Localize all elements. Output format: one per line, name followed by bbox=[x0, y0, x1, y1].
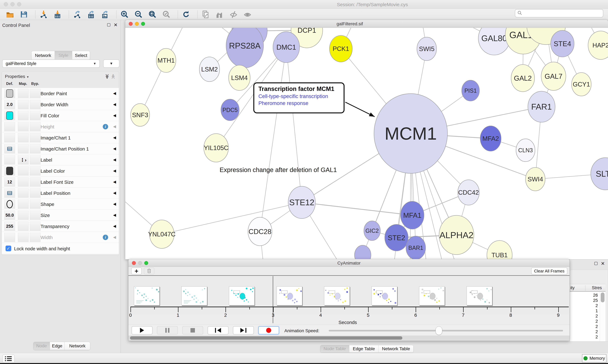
property-row-fill-color[interactable]: Fill Color◀ bbox=[2, 110, 119, 121]
hide-details-button[interactable] bbox=[229, 10, 238, 19]
minimize-icon[interactable] bbox=[138, 261, 142, 265]
network-node-mfa1[interactable]: MFA1 bbox=[401, 201, 424, 229]
bypass-cell[interactable] bbox=[30, 222, 41, 231]
expand-row-icon[interactable]: ◀ bbox=[113, 180, 116, 184]
close-window-icon[interactable] bbox=[4, 2, 8, 6]
search-input[interactable] bbox=[523, 11, 597, 16]
play-button[interactable] bbox=[132, 326, 152, 334]
property-row-label[interactable]: ⋮›Label◀ bbox=[2, 154, 119, 165]
zoom-out-button[interactable] bbox=[134, 10, 143, 19]
cyanimator-timeline[interactable]: Seconds 0123456789 bbox=[128, 276, 569, 315]
network-node-pdc5[interactable]: PDC5 bbox=[221, 99, 239, 121]
expand-row-icon[interactable]: ◀ bbox=[113, 146, 116, 151]
network-node-cln3[interactable]: CLN3 bbox=[516, 139, 535, 162]
tab-style[interactable]: Style bbox=[55, 51, 72, 60]
mapping-cell[interactable] bbox=[18, 100, 29, 109]
clear-all-frames-button[interactable]: Clear All Frames bbox=[531, 268, 567, 274]
annotation-link-2[interactable]: Pheromone response bbox=[258, 100, 344, 106]
float-panel-icon[interactable]: ▢ bbox=[107, 22, 111, 27]
info-icon[interactable]: i bbox=[103, 235, 108, 240]
add-frame-button[interactable]: + bbox=[131, 268, 142, 274]
tab-network-table[interactable]: Network Table bbox=[379, 345, 414, 352]
expand-row-icon[interactable]: ◀ bbox=[113, 157, 116, 162]
frame-thumbnail-5[interactable] bbox=[372, 286, 397, 305]
network-node-slt2[interactable]: SLT2 bbox=[591, 158, 608, 190]
zoom-fit-button[interactable] bbox=[148, 10, 157, 19]
tab-network[interactable]: Network bbox=[31, 51, 55, 60]
tab-node-table[interactable]: Node Table bbox=[320, 345, 349, 352]
mapping-cell[interactable] bbox=[18, 133, 29, 142]
expand-row-icon[interactable]: ◀ bbox=[113, 202, 116, 206]
save-session-button[interactable] bbox=[19, 10, 28, 19]
default-cell[interactable] bbox=[4, 155, 15, 164]
float-table-panel-icon[interactable]: ▢ bbox=[594, 261, 598, 266]
minimize-window-icon[interactable] bbox=[11, 2, 14, 6]
close-panel-icon[interactable]: ✕ bbox=[114, 22, 118, 28]
mapping-cell[interactable] bbox=[18, 111, 29, 120]
timeline-scrollbar[interactable] bbox=[128, 336, 569, 340]
property-row-border-paint[interactable]: Border Paint◀ bbox=[2, 88, 119, 99]
lock-size-checkbox[interactable]: ✓ bbox=[6, 246, 11, 251]
network-node-pnode[interactable] bbox=[355, 245, 371, 259]
export-network-button[interactable] bbox=[72, 10, 82, 19]
expand-row-icon[interactable]: ◀ bbox=[113, 224, 116, 228]
default-cell[interactable] bbox=[4, 89, 15, 98]
network-node-cdc28[interactable]: CDC28 bbox=[248, 217, 272, 246]
style-selector-dropdown[interactable]: galFiltered Style ▼ bbox=[2, 59, 100, 68]
property-row-image-chart-position-1[interactable]: Image/Chart Position 1◀ bbox=[2, 143, 119, 154]
default-cell[interactable]: 50.0 bbox=[4, 211, 15, 220]
bypass-cell[interactable] bbox=[30, 233, 41, 242]
default-cell[interactable] bbox=[4, 133, 15, 142]
table-cell-value[interactable]: 2 bbox=[570, 319, 598, 324]
zoom-selected-button[interactable] bbox=[162, 10, 171, 19]
bypass-cell[interactable] bbox=[30, 188, 41, 198]
table-col-ity[interactable]: ity bbox=[570, 286, 575, 290]
expand-row-icon[interactable]: ◀ bbox=[113, 191, 116, 195]
cyanimator-titlebar[interactable]: CyAnimator bbox=[128, 259, 569, 267]
expand-all-icon[interactable]: ≫ bbox=[105, 74, 110, 79]
property-row-size[interactable]: 50.0Size◀ bbox=[2, 210, 119, 221]
memory-button[interactable]: Memory bbox=[582, 354, 607, 363]
default-cell[interactable] bbox=[4, 233, 15, 242]
default-cell[interactable]: 255 bbox=[4, 222, 15, 231]
bypass-cell[interactable] bbox=[30, 111, 41, 120]
table-cell-value[interactable]: 2 bbox=[570, 324, 598, 329]
property-row-height[interactable]: Heighti◀ bbox=[2, 121, 119, 132]
search-field[interactable] bbox=[515, 9, 603, 17]
network-node-pck1[interactable]: PCK1 bbox=[330, 35, 352, 62]
bypass-cell[interactable] bbox=[30, 100, 41, 109]
minimize-icon[interactable] bbox=[135, 22, 139, 26]
column-divider[interactable] bbox=[585, 285, 585, 291]
mapping-cell[interactable] bbox=[18, 200, 29, 209]
table-scrollbar-thumb[interactable] bbox=[601, 293, 605, 302]
property-row-border-width[interactable]: 2.0Border Width◀ bbox=[2, 99, 119, 110]
network-edge[interactable] bbox=[302, 202, 412, 215]
properties-header[interactable]: Properties ▼ ≫ ≪ bbox=[2, 71, 119, 82]
network-node-ynl047c[interactable]: YNL047C bbox=[148, 220, 175, 248]
mapping-cell[interactable] bbox=[18, 122, 29, 131]
property-row-label-position[interactable]: Label Position◀ bbox=[2, 188, 119, 199]
expand-row-icon[interactable]: ◀ bbox=[113, 169, 116, 173]
delete-frame-button[interactable] bbox=[144, 268, 154, 274]
bypass-cell[interactable] bbox=[30, 166, 41, 176]
close-icon[interactable] bbox=[132, 261, 136, 265]
export-image-button[interactable] bbox=[100, 10, 110, 19]
tab-node[interactable]: Node bbox=[33, 342, 50, 350]
default-cell[interactable] bbox=[4, 144, 15, 153]
collapse-all-icon[interactable]: ≪ bbox=[111, 74, 116, 79]
network-node-swi4[interactable]: SWI4 bbox=[525, 168, 545, 191]
network-node-hap2[interactable]: HAP2 bbox=[588, 31, 608, 59]
network-edge[interactable] bbox=[260, 47, 286, 232]
animation-speed-slider[interactable] bbox=[329, 330, 563, 331]
overview-button[interactable] bbox=[215, 10, 224, 19]
property-row-label-color[interactable]: Label Color◀ bbox=[2, 165, 119, 176]
default-cell[interactable] bbox=[4, 166, 15, 176]
network-node-alpha2[interactable]: ALPHA2 bbox=[439, 215, 474, 255]
properties-dropdown-icon[interactable]: ▼ bbox=[26, 76, 29, 78]
bypass-cell[interactable] bbox=[30, 200, 41, 209]
network-node-yil105c[interactable]: YIL105C bbox=[204, 134, 228, 162]
default-cell[interactable] bbox=[4, 188, 15, 198]
animation-speed-slider-thumb[interactable] bbox=[436, 326, 442, 335]
default-cell[interactable] bbox=[4, 111, 15, 120]
close-icon[interactable] bbox=[129, 22, 133, 26]
